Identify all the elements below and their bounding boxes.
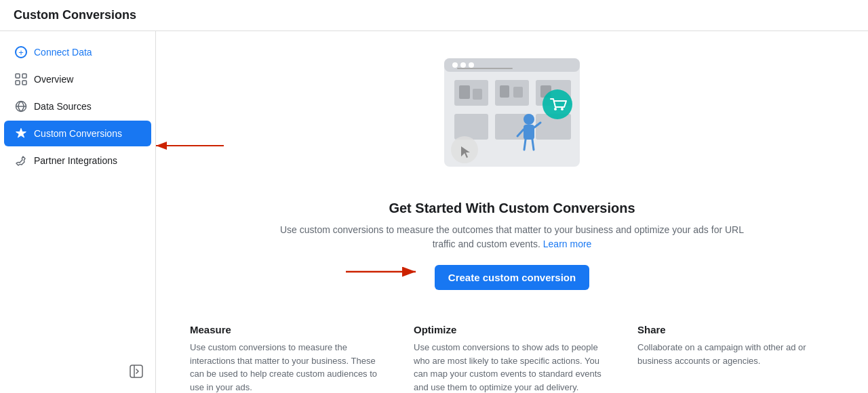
feature-share-title: Share [637, 324, 834, 335]
main-content: Get Started With Custom Conversions Use … [156, 31, 868, 393]
plus-circle-icon: + [15, 46, 27, 58]
page-title: Custom Conversions [14, 8, 136, 22]
feature-optimize-desc: Use custom conversions to show ads to pe… [414, 341, 610, 393]
svg-rect-17 [459, 85, 470, 99]
hero-description: Use custom conversions to measure the ou… [275, 223, 749, 251]
svg-point-13 [469, 62, 474, 68]
svg-rect-19 [500, 85, 509, 98]
svg-rect-6 [130, 365, 142, 377]
feature-measure-title: Measure [190, 324, 387, 335]
features-row: Measure Use custom conversions to measur… [190, 324, 834, 393]
svg-rect-20 [513, 87, 523, 98]
svg-rect-3 [22, 81, 26, 85]
sidebar-item-partner-integrations[interactable]: Partner Integrations [4, 148, 151, 173]
svg-rect-22 [454, 114, 488, 140]
feature-share: Share Collaborate on a campaign with oth… [637, 324, 834, 393]
sidebar-item-label: Custom Conversions [34, 128, 122, 139]
svg-rect-18 [473, 89, 482, 100]
sidebar: + Connect Data Overview [0, 31, 156, 393]
partner-icon [15, 154, 27, 167]
svg-rect-29 [524, 125, 534, 140]
feature-measure: Measure Use custom conversions to measur… [190, 324, 387, 393]
svg-rect-1 [22, 74, 26, 78]
svg-line-33 [532, 140, 534, 150]
svg-rect-0 [16, 74, 20, 78]
button-arrow [342, 258, 424, 285]
sidebar-item-overview[interactable]: Overview [4, 66, 151, 92]
sidebar-item-connect-data[interactable]: + Connect Data [4, 39, 151, 65]
svg-line-32 [524, 140, 526, 150]
feature-optimize: Optimize Use custom conversions to show … [414, 324, 610, 393]
hero-title: Get Started With Custom Conversions [389, 201, 635, 216]
overview-icon [15, 73, 27, 85]
svg-point-12 [460, 62, 466, 68]
sidebar-item-label: Data Sources [34, 101, 92, 112]
feature-optimize-title: Optimize [414, 324, 610, 335]
svg-point-27 [561, 108, 564, 110]
svg-rect-2 [16, 81, 20, 85]
data-sources-icon [15, 100, 27, 112]
star-icon [15, 127, 27, 140]
svg-point-11 [452, 62, 458, 68]
svg-point-26 [554, 108, 557, 110]
sidebar-item-custom-conversions[interactable]: Custom Conversions [4, 121, 151, 146]
feature-share-desc: Collaborate on a campaign with other ad … [637, 341, 834, 367]
sidebar-item-label: Overview [34, 74, 73, 85]
sidebar-item-label: Partner Integrations [34, 155, 117, 166]
learn-more-link[interactable]: Learn more [543, 239, 592, 249]
sidebar-item-label: Connect Data [34, 47, 92, 58]
feature-measure-desc: Use custom conversions to measure the in… [190, 341, 387, 393]
collapse-sidebar-button[interactable] [128, 363, 144, 379]
svg-point-28 [524, 114, 534, 125]
store-illustration [424, 51, 600, 187]
create-custom-conversion-button[interactable]: Create custom conversion [435, 265, 589, 290]
svg-point-25 [542, 89, 572, 119]
hero-section: Get Started With Custom Conversions Use … [275, 51, 749, 317]
sidebar-item-data-sources[interactable]: Data Sources [4, 94, 151, 119]
